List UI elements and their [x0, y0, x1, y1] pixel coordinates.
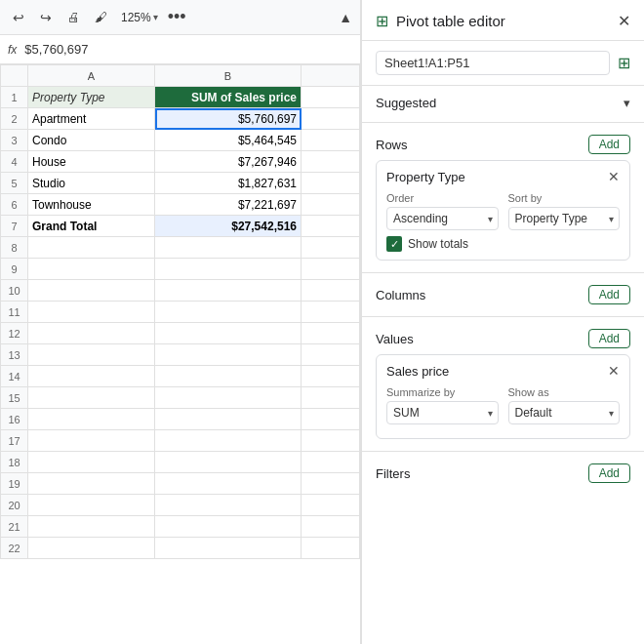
print-button[interactable]: 🖨: [62, 7, 84, 28]
table-row[interactable]: 2Apartment$5,760,697: [1, 108, 360, 130]
cell-c[interactable]: [302, 108, 360, 130]
cell-a[interactable]: [28, 366, 155, 387]
cell-a[interactable]: Apartment: [28, 108, 155, 130]
cell-b[interactable]: SUM of Sales price: [155, 87, 302, 108]
cell-b[interactable]: [155, 473, 302, 495]
more-options-button[interactable]: •••: [168, 7, 186, 27]
cell-a[interactable]: Condo: [28, 130, 155, 151]
table-row[interactable]: 1Property TypeSUM of Sales price: [1, 87, 360, 108]
cell-c[interactable]: [302, 216, 360, 237]
cell-a[interactable]: Townhouse: [28, 194, 155, 216]
table-row[interactable]: 13: [1, 344, 360, 366]
sort-by-select[interactable]: Property Type SUM of Sales price: [508, 207, 621, 230]
cell-c[interactable]: [302, 344, 360, 366]
cell-b[interactable]: $5,464,545: [155, 130, 302, 151]
col-header-c[interactable]: [302, 65, 360, 87]
cell-a[interactable]: Property Type: [28, 87, 155, 108]
table-row[interactable]: 11: [1, 302, 360, 323]
cell-a[interactable]: [28, 280, 155, 302]
cell-b[interactable]: $5,760,697: [155, 108, 302, 130]
col-header-b[interactable]: B: [155, 65, 302, 87]
cell-a[interactable]: [28, 323, 155, 344]
cell-a[interactable]: Studio: [28, 173, 155, 194]
cell-a[interactable]: House: [28, 151, 155, 173]
cell-b[interactable]: [155, 538, 302, 559]
cell-b[interactable]: [155, 280, 302, 302]
table-row[interactable]: 15: [1, 387, 360, 409]
cell-b[interactable]: $1,827,631: [155, 173, 302, 194]
cell-a[interactable]: [28, 387, 155, 409]
cell-c[interactable]: [302, 430, 360, 452]
cell-c[interactable]: [302, 130, 360, 151]
cell-b[interactable]: [155, 409, 302, 430]
col-header-a[interactable]: A: [28, 65, 155, 87]
table-row[interactable]: 22: [1, 538, 360, 559]
summarize-select[interactable]: SUM AVERAGE COUNT MIN MAX: [386, 401, 499, 424]
redo-button[interactable]: ↪: [35, 7, 57, 28]
cell-c[interactable]: [302, 452, 360, 473]
cell-a[interactable]: [28, 409, 155, 430]
cell-b[interactable]: [155, 452, 302, 473]
table-row[interactable]: 3Condo$5,464,545: [1, 130, 360, 151]
cell-c[interactable]: [302, 259, 360, 280]
cell-b[interactable]: [155, 495, 302, 516]
cell-c[interactable]: [302, 87, 360, 108]
cell-c[interactable]: [302, 194, 360, 216]
zoom-control[interactable]: 125% ▾: [121, 11, 158, 24]
cell-c[interactable]: [302, 366, 360, 387]
data-range-grid-icon[interactable]: ⊞: [618, 54, 630, 72]
cell-b[interactable]: $7,221,697: [155, 194, 302, 216]
zoom-chevron-icon[interactable]: ▾: [153, 12, 158, 22]
rows-add-button[interactable]: Add: [588, 135, 630, 154]
cell-c[interactable]: [302, 516, 360, 538]
cell-a[interactable]: [28, 538, 155, 559]
cell-a[interactable]: [28, 452, 155, 473]
cell-a[interactable]: [28, 259, 155, 280]
table-row[interactable]: 18: [1, 452, 360, 473]
collapse-button[interactable]: ▲: [339, 10, 352, 25]
table-row[interactable]: 16: [1, 409, 360, 430]
table-row[interactable]: 14: [1, 366, 360, 387]
cell-a[interactable]: [28, 344, 155, 366]
cell-a[interactable]: [28, 516, 155, 538]
panel-close-button[interactable]: ✕: [618, 12, 630, 30]
cell-b[interactable]: [155, 366, 302, 387]
cell-b[interactable]: [155, 430, 302, 452]
cell-a[interactable]: [28, 495, 155, 516]
values-field-close-button[interactable]: ✕: [608, 363, 620, 379]
cell-c[interactable]: [302, 409, 360, 430]
paint-format-button[interactable]: 🖌: [90, 7, 111, 28]
cell-b[interactable]: $27,542,516: [155, 216, 302, 237]
cell-c[interactable]: [302, 173, 360, 194]
cell-a[interactable]: Grand Total: [28, 216, 155, 237]
cell-c[interactable]: [302, 495, 360, 516]
table-row[interactable]: 7Grand Total$27,542,516: [1, 216, 360, 237]
table-row[interactable]: 21: [1, 516, 360, 538]
cell-a[interactable]: [28, 302, 155, 323]
cell-c[interactable]: [302, 323, 360, 344]
cell-c[interactable]: [302, 387, 360, 409]
show-totals-checkbox[interactable]: ✓: [386, 236, 402, 252]
cell-c[interactable]: [302, 280, 360, 302]
cell-c[interactable]: [302, 473, 360, 495]
table-row[interactable]: 9: [1, 259, 360, 280]
cell-c[interactable]: [302, 151, 360, 173]
cell-b[interactable]: [155, 237, 302, 259]
undo-button[interactable]: ↩: [8, 7, 29, 28]
cell-c[interactable]: [302, 538, 360, 559]
table-row[interactable]: 4House$7,267,946: [1, 151, 360, 173]
cell-b[interactable]: [155, 516, 302, 538]
cell-c[interactable]: [302, 302, 360, 323]
data-range-input[interactable]: [376, 51, 610, 75]
table-row[interactable]: 8: [1, 237, 360, 259]
cell-b[interactable]: [155, 302, 302, 323]
table-row[interactable]: 6Townhouse$7,221,697: [1, 194, 360, 216]
cell-a[interactable]: [28, 430, 155, 452]
sheet-grid[interactable]: A B 1Property TypeSUM of Sales price2Apa…: [0, 64, 360, 644]
table-row[interactable]: 5Studio$1,827,631: [1, 173, 360, 194]
cell-b[interactable]: [155, 259, 302, 280]
values-add-button[interactable]: Add: [588, 329, 630, 348]
table-row[interactable]: 12: [1, 323, 360, 344]
cell-b[interactable]: [155, 387, 302, 409]
cell-a[interactable]: [28, 473, 155, 495]
